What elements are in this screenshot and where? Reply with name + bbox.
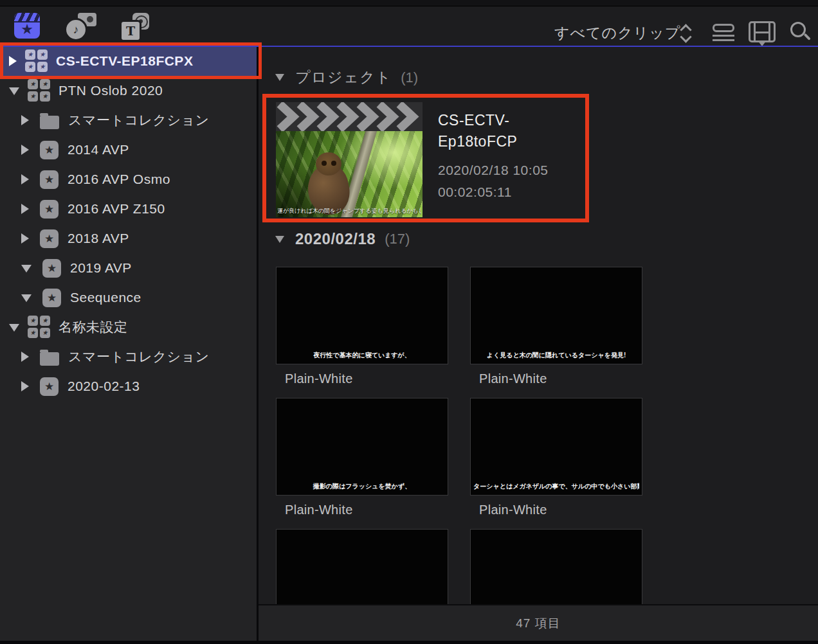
event-star-icon — [40, 141, 59, 159]
section-count: (1) — [401, 69, 418, 86]
status-bar: 47 項目 — [259, 604, 818, 641]
clip-appearance-icon[interactable] — [713, 24, 736, 42]
sidebar-item-label: 2018 AVP — [68, 231, 129, 246]
toolbar: ★ ♪ T すべてのクリップ — [0, 6, 818, 46]
date-section-header: 2020/02/18 (17) — [275, 230, 410, 248]
disclosure-triangle-icon[interactable] — [21, 145, 29, 155]
window-top-edge — [0, 0, 818, 6]
projects-section-header: プロジェクト (1) — [275, 67, 418, 87]
sidebar-item-label: PTN Oslob 2020 — [59, 83, 163, 98]
star-cell — [28, 328, 38, 338]
sidebar-item-2018-avp[interactable]: 2018 AVP — [0, 224, 257, 253]
photos-audio-icon[interactable]: ♪ — [64, 12, 98, 42]
library-icon — [28, 79, 51, 102]
clip-name[interactable]: Plain-White — [479, 503, 547, 517]
sidebar-item-ptn-oslob-2020[interactable]: PTN Oslob 2020 — [0, 76, 257, 105]
clip-filter-dropdown[interactable]: すべてのクリップ — [554, 23, 680, 43]
sidebar-item-label: 名称未設定 — [59, 318, 128, 336]
event-star-icon — [42, 289, 61, 307]
disclosure-triangle-icon[interactable] — [21, 233, 29, 244]
disclosure-triangle-icon[interactable] — [9, 324, 19, 332]
disclosure-triangle-icon[interactable] — [21, 381, 29, 391]
sidebar-item-label: 2016 AVP Z150 — [68, 201, 165, 217]
clip-thumbnail[interactable]: よく見ると木の間に隠れているターシャを発見! — [470, 267, 642, 364]
event-star-icon — [40, 377, 59, 396]
clip-caption: 撮影の際はフラッシュを焚かず、 — [279, 482, 445, 491]
chevron-down-icon — [680, 31, 691, 42]
clip-caption: 夜行性で基本的に寝ていますが、 — [279, 351, 445, 360]
sidebar-item-untitled-library[interactable]: 名称未設定 — [0, 312, 257, 342]
clip-thumbnail[interactable] — [470, 529, 642, 604]
annotation-box-project-card — [262, 94, 589, 222]
clip-name[interactable]: Plain-White — [479, 371, 547, 386]
item-count: 47 項目 — [516, 615, 560, 632]
sidebar-item-label: 2020-02-13 — [68, 379, 140, 394]
clip-thumbnail[interactable]: 撮影の際はフラッシュを焚かず、 — [276, 398, 448, 496]
star-cell — [40, 91, 50, 102]
sidebar-item-label: スマートコレクション — [68, 348, 209, 366]
section-title: プロジェクト — [295, 67, 392, 87]
event-star-icon — [40, 170, 59, 189]
star-cell — [40, 79, 50, 89]
disclosure-triangle-icon[interactable] — [9, 87, 19, 95]
annotation-box-sidebar-library — [0, 42, 262, 79]
event-star-icon — [42, 259, 61, 278]
filmstrip-icon[interactable] — [749, 21, 776, 42]
clip-thumbnail[interactable]: 夜行性で基本的に寝ていますが、 — [276, 267, 448, 364]
sidebar-item-2014-avp[interactable]: 2014 AVP — [0, 135, 257, 165]
event-star-icon — [40, 200, 59, 219]
sidebar-item-label: スマートコレクション — [68, 111, 209, 129]
star-icon: ★ — [14, 21, 40, 39]
sidebar-item-smart-collection-1[interactable]: スマートコレクション — [0, 105, 257, 135]
clip-name[interactable]: Plain-White — [285, 371, 353, 386]
titles-generators-icon[interactable]: T — [118, 12, 152, 42]
disclosure-triangle-icon[interactable] — [21, 174, 29, 184]
media-library-icon[interactable]: ★ — [14, 13, 40, 39]
sidebar-item-label: 2019 AVP — [70, 260, 132, 276]
sidebar-item-label: 2016 AVP Osmo — [68, 172, 170, 187]
section-disclosure-triangle-icon[interactable] — [275, 74, 284, 81]
star-cell — [28, 91, 38, 102]
sidebar-item-smart-collection-2[interactable]: スマートコレクション — [0, 342, 257, 371]
event-star-icon — [40, 229, 59, 248]
disclosure-triangle-icon[interactable] — [21, 294, 32, 302]
sidebar-item-label: Seequence — [70, 290, 141, 305]
clip-caption: ターシャとはメガネザルの事で、サルの中でも小さい部類です — [473, 482, 639, 491]
section-title: 2020/02/18 — [295, 230, 376, 248]
folder-icon — [40, 352, 59, 366]
pill-shape — [713, 24, 734, 32]
clip-thumbnail[interactable]: ターシャとはメガネザルの事で、サルの中でも小さい部類です — [470, 398, 642, 496]
fcpx-window: ★ ♪ T すべてのクリップ — [0, 0, 818, 644]
t-icon: T — [120, 20, 141, 42]
clip-thumbnail[interactable] — [276, 529, 448, 604]
line-shape — [713, 39, 734, 41]
libraries-sidebar: CS-ECTV-EP18FCPX PTN Oslob 2020 スマートコレクシ… — [0, 46, 257, 641]
sidebar-item-seequence[interactable]: Seequence — [0, 283, 257, 312]
disclosure-triangle-icon[interactable] — [21, 352, 29, 362]
clip-name[interactable]: Plain-White — [285, 503, 353, 517]
sidebar-item-2019-avp[interactable]: 2019 AVP — [0, 253, 257, 283]
star-cell — [40, 316, 50, 326]
section-count: (17) — [385, 231, 410, 247]
search-icon[interactable] — [790, 22, 811, 42]
sidebar-divider[interactable] — [257, 46, 259, 641]
chevron-up-down-icon[interactable] — [681, 24, 691, 41]
section-disclosure-triangle-icon[interactable] — [275, 236, 284, 243]
clip-caption: よく見ると木の間に隠れているターシャを発見! — [473, 351, 639, 360]
filmstrip-divider — [756, 31, 768, 33]
magnifier-handle — [804, 33, 811, 40]
line-shape — [713, 35, 734, 37]
music-note-icon: ♪ — [64, 18, 87, 41]
disclosure-triangle-icon[interactable] — [21, 265, 32, 273]
window-bottom-edge — [0, 641, 818, 644]
sidebar-item-2016-avp-osmo[interactable]: 2016 AVP Osmo — [0, 165, 257, 194]
folder-icon — [40, 116, 59, 129]
star-cell — [28, 316, 38, 326]
disclosure-triangle-icon[interactable] — [21, 204, 29, 214]
star-cell — [40, 328, 50, 338]
sidebar-item-2016-avp-z150[interactable]: 2016 AVP Z150 — [0, 194, 257, 224]
disclosure-triangle-icon[interactable] — [21, 115, 29, 125]
sidebar-item-2020-02-13[interactable]: 2020-02-13 — [0, 371, 257, 401]
star-cell — [28, 79, 38, 89]
library-icon — [28, 316, 51, 339]
